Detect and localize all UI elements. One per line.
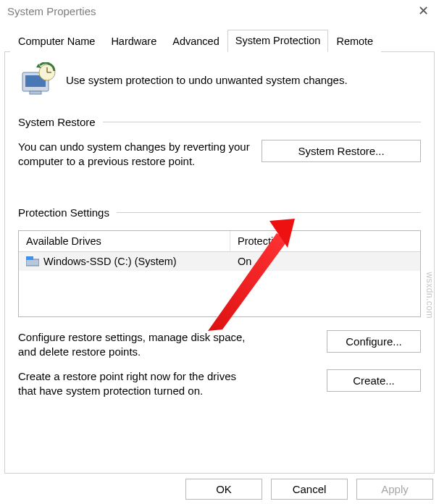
apply-button[interactable]: Apply — [356, 479, 433, 500]
divider — [103, 122, 421, 122]
create-button[interactable]: Create... — [327, 369, 421, 392]
group-protection-settings: Protection Settings — [18, 206, 421, 219]
tab-remote[interactable]: Remote — [328, 30, 381, 52]
intro-row: Use system protection to undo unwanted s… — [18, 62, 421, 97]
group-system-restore: System Restore — [18, 116, 421, 128]
svg-rect-9 — [26, 259, 39, 266]
drive-name: Windows-SSD (C:) (System) — [43, 256, 177, 267]
tab-hardware[interactable]: Hardware — [103, 30, 164, 52]
intro-text: Use system protection to undo unwanted s… — [66, 74, 348, 86]
column-available-drives[interactable]: Available Drives — [19, 231, 230, 251]
close-icon[interactable]: ✕ — [414, 3, 433, 19]
drive-icon — [26, 256, 39, 266]
drive-status: On — [230, 252, 420, 271]
window-title: System Properties — [7, 5, 96, 17]
table-row[interactable]: Windows-SSD (C:) (System) On — [19, 252, 420, 271]
tab-computer-name[interactable]: Computer Name — [10, 30, 103, 52]
cancel-button[interactable]: Cancel — [271, 479, 348, 500]
tab-system-protection[interactable]: System Protection — [227, 30, 329, 52]
create-text: Create a restore point right now for the… — [18, 369, 250, 398]
tab-pane: Use system protection to undo unwanted s… — [4, 52, 435, 474]
configure-button[interactable]: Configure... — [327, 330, 421, 353]
divider — [117, 212, 421, 213]
svg-rect-2 — [30, 91, 41, 94]
tab-strip: Computer Name Hardware Advanced System P… — [4, 29, 435, 52]
drives-table: Available Drives Protection Windows-SSD … — [18, 230, 421, 317]
system-protection-icon — [18, 62, 56, 97]
system-restore-text: You can undo system changes by reverting… — [18, 140, 250, 169]
svg-rect-10 — [26, 256, 33, 260]
configure-row: Configure restore settings, manage disk … — [18, 330, 421, 359]
configure-text: Configure restore settings, manage disk … — [18, 330, 250, 359]
tab-advanced[interactable]: Advanced — [164, 30, 227, 52]
system-restore-row: You can undo system changes by reverting… — [18, 140, 421, 169]
system-restore-button[interactable]: System Restore... — [262, 140, 421, 162]
column-protection[interactable]: Protection — [230, 231, 420, 251]
watermark: wsxdn.com — [425, 272, 435, 319]
ok-button[interactable]: OK — [185, 479, 262, 500]
title-bar: System Properties ✕ — [0, 0, 439, 23]
group-label-text: Protection Settings — [18, 206, 109, 219]
group-label-text: System Restore — [18, 116, 96, 128]
dialog-footer: OK Cancel Apply — [185, 479, 433, 500]
create-row: Create a restore point right now for the… — [18, 369, 421, 398]
table-header: Available Drives Protection — [19, 231, 420, 252]
